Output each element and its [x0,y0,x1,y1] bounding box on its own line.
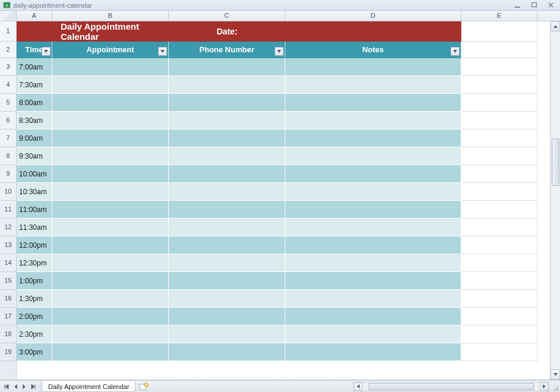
phone-cell[interactable] [169,272,285,290]
notes-cell[interactable] [285,147,461,165]
appointment-cell[interactable] [52,308,169,325]
notes-cell[interactable] [285,236,461,254]
notes-cell[interactable] [285,183,461,201]
tab-next-button[interactable] [20,382,29,391]
row-header[interactable]: 4 [0,76,16,94]
appointment-cell[interactable] [52,254,169,272]
scroll-down-button[interactable] [550,369,560,380]
row-header[interactable]: 8 [0,147,16,165]
row-header[interactable]: 14 [0,254,16,272]
cell[interactable] [461,219,537,236]
hscroll-track[interactable] [363,382,540,391]
phone-cell[interactable] [169,254,285,272]
time-cell[interactable]: 11:00am [17,201,52,219]
appointment-cell[interactable] [52,325,169,343]
sheet-tab-active[interactable]: Daily Appointment Calendar [42,381,136,392]
time-cell[interactable]: 9:00am [17,129,52,147]
vertical-scrollbar[interactable] [550,21,560,380]
appointment-cell[interactable] [52,147,169,165]
phone-cell[interactable] [169,94,285,112]
notes-cell[interactable] [285,129,461,147]
cell[interactable] [461,201,537,219]
phone-cell[interactable] [169,219,285,236]
phone-cell[interactable] [169,290,285,308]
row-header[interactable]: 11 [0,201,16,219]
appointment-cell[interactable] [52,129,169,147]
notes-cell[interactable] [285,219,461,236]
header-phone[interactable]: Phone Number [169,42,285,58]
cell[interactable] [461,21,537,42]
row-header[interactable]: 6 [0,112,16,129]
title-cell[interactable] [17,21,52,42]
cell[interactable] [461,272,537,290]
notes-cell[interactable] [285,58,461,76]
hscroll-thumb[interactable] [369,383,534,390]
new-sheet-button[interactable] [138,382,150,391]
cell[interactable] [461,343,537,361]
appointment-cell[interactable] [52,201,169,219]
appointment-cell[interactable] [52,219,169,236]
cell[interactable] [461,308,537,325]
phone-cell[interactable] [169,112,285,129]
tab-prev-button[interactable] [11,382,20,391]
phone-cell[interactable] [169,325,285,343]
tab-first-button[interactable] [2,382,11,391]
resize-grip[interactable] [550,382,560,391]
phone-cell[interactable] [169,236,285,254]
row-header[interactable]: 12 [0,219,16,236]
select-all-corner[interactable] [0,11,17,21]
row-header[interactable]: 15 [0,272,16,290]
notes-cell[interactable] [285,165,461,183]
scroll-up-button[interactable] [550,21,560,31]
notes-cell[interactable] [285,94,461,112]
time-cell[interactable]: 9:30am [17,147,52,165]
calendar-title[interactable]: Daily Appointment Calendar [52,21,169,42]
row-header[interactable]: 18 [0,325,16,343]
time-cell[interactable]: 7:30am [17,76,52,94]
cell[interactable] [461,112,537,129]
header-time[interactable]: Time [17,42,52,58]
maximize-button[interactable] [527,1,541,10]
row-header[interactable]: 3 [0,58,16,76]
time-cell[interactable]: 1:30pm [17,290,52,308]
cell[interactable] [461,325,537,343]
header-appointment[interactable]: Appointment [52,42,169,58]
column-header-C[interactable]: C [169,11,285,21]
time-cell[interactable]: 10:00am [17,165,52,183]
cell[interactable] [461,76,537,94]
cell[interactable] [461,183,537,201]
minimize-button[interactable] [510,1,524,10]
phone-cell[interactable] [169,129,285,147]
appointment-cell[interactable] [52,236,169,254]
tab-last-button[interactable] [29,382,37,391]
time-cell[interactable]: 7:00am [17,58,52,76]
column-header-D[interactable]: D [285,11,461,21]
appointment-cell[interactable] [52,112,169,129]
appointment-cell[interactable] [52,76,169,94]
notes-cell[interactable] [285,290,461,308]
phone-cell[interactable] [169,147,285,165]
cell[interactable] [461,58,537,76]
notes-cell[interactable] [285,343,461,361]
header-notes[interactable]: Notes [285,42,461,58]
time-cell[interactable]: 10:30am [17,183,52,201]
cell[interactable] [461,254,537,272]
phone-cell[interactable] [169,165,285,183]
row-header[interactable]: 16 [0,290,16,308]
appointment-cell[interactable] [52,183,169,201]
time-cell[interactable]: 8:00am [17,94,52,112]
row-header[interactable]: 9 [0,165,16,183]
notes-cell[interactable] [285,201,461,219]
row-header[interactable]: 19 [0,343,16,361]
appointment-cell[interactable] [52,58,169,76]
scroll-thumb[interactable] [552,138,559,186]
appointment-cell[interactable] [52,94,169,112]
filter-button[interactable] [451,47,460,56]
cell[interactable] [461,42,537,58]
scroll-left-button[interactable] [354,382,363,391]
notes-cell[interactable] [285,254,461,272]
cell[interactable] [461,129,537,147]
phone-cell[interactable] [169,343,285,361]
date-value-cell[interactable] [285,21,461,42]
notes-cell[interactable] [285,112,461,129]
